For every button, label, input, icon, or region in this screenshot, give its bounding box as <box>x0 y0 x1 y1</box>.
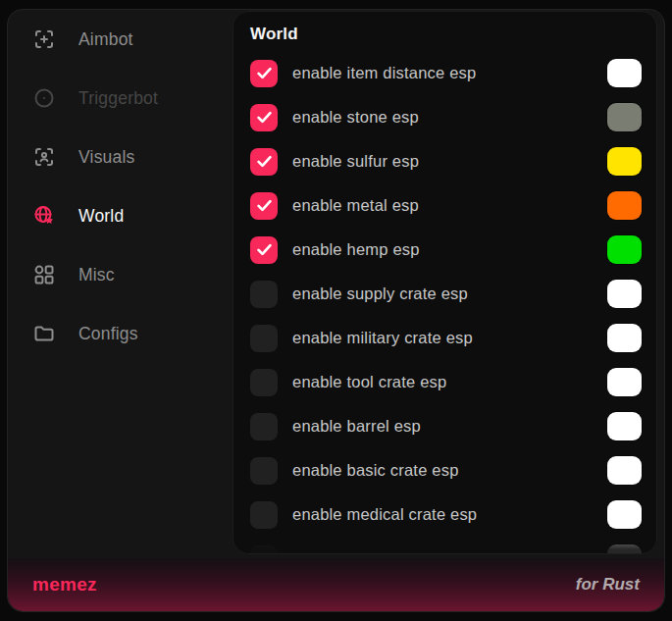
esp-toggle-row: enable stone esp <box>250 95 642 139</box>
color-swatch[interactable] <box>607 544 642 554</box>
esp-toggle-row: enable hemp esp <box>250 228 642 272</box>
sidebar-item-triggerbot[interactable]: Triggerbot <box>8 69 233 128</box>
color-swatch[interactable] <box>607 59 642 87</box>
color-swatch[interactable] <box>607 324 642 352</box>
checkmark-icon <box>255 240 274 259</box>
cheat-menu-window: Aimbot Triggerbot Visu <box>7 9 665 612</box>
sidebar-item-configs[interactable]: Configs <box>8 304 233 363</box>
esp-checkbox[interactable] <box>250 325 278 352</box>
brand-name: memez <box>32 574 97 595</box>
sidebar-item-world[interactable]: World <box>8 186 233 245</box>
esp-option-label: enable item distance esp <box>292 64 476 82</box>
color-swatch[interactable] <box>607 456 642 485</box>
footer-tagline: for Rust <box>576 575 640 595</box>
esp-checkbox[interactable] <box>250 60 278 87</box>
sidebar-item-label: Triggerbot <box>78 88 158 109</box>
checkmark-icon <box>255 64 274 82</box>
sidebar-item-aimbot[interactable]: Aimbot <box>8 10 233 69</box>
esp-checkbox[interactable] <box>250 369 278 396</box>
color-swatch[interactable] <box>607 500 642 529</box>
sidebar-item-label: Misc <box>78 265 115 285</box>
esp-option-label: enable medical crate esp <box>292 505 477 524</box>
panel-title: World <box>250 23 642 46</box>
grid-icon <box>32 263 56 286</box>
esp-checkbox[interactable] <box>250 281 278 308</box>
folder-icon <box>32 322 56 345</box>
esp-checkbox[interactable] <box>250 104 278 131</box>
sidebar-item-label: World <box>78 206 124 227</box>
color-swatch[interactable] <box>607 280 642 308</box>
sidebar-item-label: Visuals <box>78 147 135 168</box>
globe-star-icon <box>32 204 56 228</box>
esp-option-label: enable barrel esp <box>292 417 421 436</box>
esp-checkbox[interactable] <box>250 148 278 176</box>
checkmark-icon <box>255 196 274 215</box>
esp-toggle-row: enable tool crate esp <box>250 360 642 404</box>
esp-toggle-row: enable supply crate esp <box>250 272 642 316</box>
esp-checkbox[interactable] <box>250 501 278 529</box>
esp-option-label: enable supply crate esp <box>292 285 468 303</box>
trigger-icon <box>32 86 56 110</box>
esp-option-label: enable stone esp <box>292 108 419 127</box>
esp-options-list: enable item distance esp enable stone es… <box>250 51 642 554</box>
esp-toggle-row: enable barrel esp <box>250 404 642 448</box>
esp-toggle-row: enable sulfur esp <box>250 139 642 183</box>
esp-toggle-row: enable military crate esp <box>250 316 642 360</box>
sidebar: Aimbot Triggerbot Visu <box>8 10 233 558</box>
color-swatch[interactable] <box>607 235 642 264</box>
esp-toggle-row: enable metal esp <box>250 183 642 228</box>
esp-toggle-row: enable basic crate esp <box>250 448 642 492</box>
esp-option-label: enable basic crate esp <box>292 461 459 480</box>
esp-checkbox[interactable] <box>250 545 278 555</box>
sidebar-item-misc[interactable]: Misc <box>8 245 233 304</box>
checkmark-icon <box>255 152 274 171</box>
crosshair-icon <box>32 27 56 51</box>
color-swatch[interactable] <box>607 191 642 220</box>
esp-option-label: enable hemp esp <box>292 240 420 259</box>
sidebar-item-label: Aimbot <box>78 29 133 50</box>
sidebar-item-visuals[interactable]: Visuals <box>8 128 233 186</box>
footer-bar: memez for Rust <box>8 558 664 611</box>
checkmark-icon <box>255 108 274 127</box>
esp-checkbox[interactable] <box>250 192 278 220</box>
person-scan-icon <box>32 145 56 169</box>
esp-toggle-row: enable item distance esp <box>250 51 642 95</box>
menu-content: Aimbot Triggerbot Visu <box>8 10 664 558</box>
esp-checkbox[interactable] <box>250 236 278 264</box>
esp-checkbox[interactable] <box>250 413 278 440</box>
color-swatch[interactable] <box>607 368 642 396</box>
esp-option-label: enable sulfur esp <box>292 152 419 171</box>
esp-option-label: enable tool crate esp <box>292 373 446 391</box>
esp-toggle-row: enable medical crate esp <box>250 492 642 537</box>
esp-checkbox[interactable] <box>250 457 278 485</box>
color-swatch[interactable] <box>607 103 642 131</box>
esp-option-label: enable metal esp <box>292 196 419 215</box>
esp-option-label: enable military crate esp <box>292 329 473 347</box>
color-swatch[interactable] <box>607 412 642 440</box>
sidebar-item-label: Configs <box>78 324 138 344</box>
world-panel: World enable item distance esp <box>233 11 657 554</box>
color-swatch[interactable] <box>607 147 642 176</box>
esp-toggle-row <box>250 537 642 554</box>
